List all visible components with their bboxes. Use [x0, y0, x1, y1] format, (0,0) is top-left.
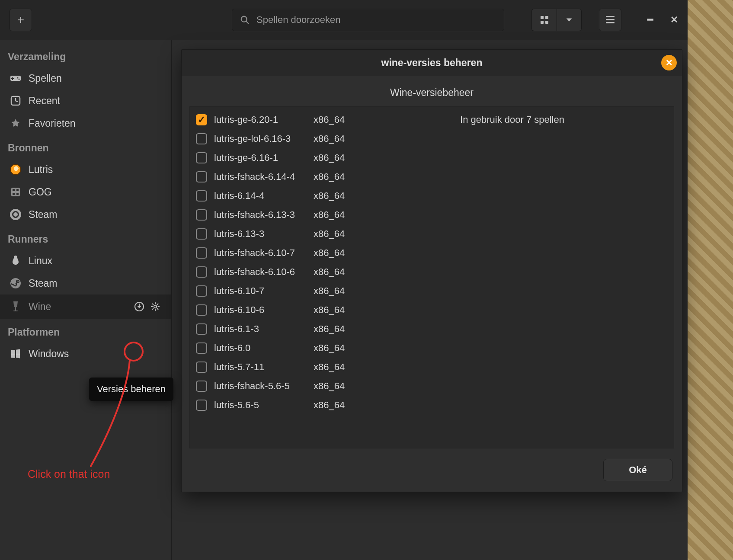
version-row[interactable]: lutris-6.1-3x86_64 [196, 320, 668, 339]
version-checkbox[interactable]: ✓ [196, 114, 207, 125]
version-arch: x86_64 [314, 228, 357, 240]
version-arch: x86_64 [314, 152, 357, 163]
grid-view-button[interactable] [531, 9, 557, 31]
view-menu-button[interactable] [557, 9, 582, 31]
version-arch: x86_64 [314, 209, 357, 221]
version-name: lutris-6.0 [214, 342, 314, 354]
sidebar-item-games[interactable]: Spellen [0, 67, 171, 90]
tooltip-versies-beheren: Versies beheren [89, 378, 173, 401]
version-checkbox[interactable] [196, 152, 207, 163]
version-checkbox[interactable] [196, 247, 207, 259]
version-name: lutris-fshack-6.10-6 [214, 266, 314, 278]
version-checkbox[interactable] [196, 209, 207, 221]
version-checkbox[interactable] [196, 228, 207, 240]
sidebar-section-runners: Runners [0, 226, 171, 250]
version-list[interactable]: ✓lutris-ge-6.20-1x86_64In gebruik door 7… [189, 106, 674, 448]
version-row[interactable]: lutris-fshack-6.10-6x86_64 [196, 262, 668, 282]
version-row[interactable]: lutris-fshack-6.14-4x86_64 [196, 167, 668, 186]
version-checkbox[interactable] [196, 171, 207, 182]
dialog-close-button[interactable]: ✕ [661, 55, 677, 70]
sidebar-item-favorites[interactable]: Favorieten [0, 112, 171, 134]
ok-button[interactable]: Oké [603, 459, 672, 481]
sidebar-item-linux[interactable]: Linux [0, 250, 171, 272]
version-arch: x86_64 [314, 362, 357, 373]
version-row[interactable]: lutris-6.10-7x86_64 [196, 282, 668, 301]
version-arch: x86_64 [314, 285, 357, 297]
svg-rect-19 [16, 193, 19, 195]
version-name: lutris-5.7-11 [214, 362, 314, 373]
version-name: lutris-6.1-3 [214, 323, 314, 335]
gamepad-icon [10, 72, 22, 84]
version-arch: x86_64 [314, 342, 357, 354]
sidebar-item-steam-source[interactable]: Steam [0, 203, 171, 226]
version-checkbox[interactable] [196, 304, 207, 316]
version-arch: x86_64 [314, 114, 357, 125]
version-checkbox[interactable] [196, 342, 207, 354]
star-icon [10, 117, 22, 129]
version-checkbox[interactable] [196, 381, 207, 392]
sidebar-item-label: Lutris [29, 164, 53, 176]
sidebar-item-recent[interactable]: Recent [0, 90, 171, 112]
sidebar-item-label: Wine [29, 301, 51, 313]
version-name: lutris-5.6-5 [214, 400, 314, 411]
version-checkbox[interactable] [196, 285, 207, 297]
minimize-button[interactable]: ━ [647, 14, 653, 26]
version-row[interactable]: ✓lutris-ge-6.20-1x86_64In gebruik door 7… [196, 110, 668, 129]
version-checkbox[interactable] [196, 190, 207, 202]
version-checkbox[interactable] [196, 400, 207, 411]
version-arch: x86_64 [314, 190, 357, 202]
version-checkbox[interactable] [196, 133, 207, 144]
version-name: lutris-6.14-4 [214, 190, 314, 202]
clock-icon [10, 95, 22, 107]
sidebar-item-gog[interactable]: GOG [0, 181, 171, 203]
version-arch: x86_64 [314, 400, 357, 411]
version-checkbox[interactable] [196, 362, 207, 373]
wine-versions-dialog: wine-versies beheren ✕ Wine-versiebeheer… [181, 49, 682, 492]
version-row[interactable]: lutris-fshack-5.6-5x86_64 [196, 377, 668, 396]
download-circle-icon [134, 301, 144, 312]
svg-rect-15 [11, 188, 20, 196]
windows-icon [10, 348, 22, 360]
sidebar-item-label: Linux [29, 255, 52, 267]
version-arch: x86_64 [314, 133, 357, 144]
version-in-use-note: In gebruik door 7 spellen [357, 114, 668, 125]
headerbar: + Spellen doorzoeken [0, 0, 688, 40]
sidebar-section-collection: Verzameling [0, 43, 171, 67]
search-input[interactable]: Spellen doorzoeken [232, 9, 504, 31]
runner-settings-button[interactable] [149, 300, 162, 314]
sidebar-item-windows[interactable]: Windows [0, 342, 171, 365]
svg-line-1 [246, 21, 249, 24]
close-window-button[interactable]: ✕ [670, 14, 678, 26]
version-row[interactable]: lutris-fshack-6.13-3x86_64 [196, 205, 668, 224]
hamburger-menu-button[interactable] [599, 9, 621, 31]
version-row[interactable]: lutris-ge-lol-6.16-3x86_64 [196, 129, 668, 148]
sidebar-item-steam-runner[interactable]: Steam [0, 272, 171, 294]
sidebar-item-lutris[interactable]: Lutris [0, 158, 171, 181]
version-row[interactable]: lutris-5.7-11x86_64 [196, 358, 668, 377]
version-row[interactable]: lutris-5.6-5x86_64 [196, 396, 668, 415]
version-name: lutris-fshack-6.14-4 [214, 171, 314, 182]
manage-versions-button[interactable] [132, 300, 146, 314]
hamburger-icon [606, 16, 615, 24]
version-arch: x86_64 [314, 266, 357, 278]
version-checkbox[interactable] [196, 323, 207, 335]
version-row[interactable]: lutris-fshack-6.10-7x86_64 [196, 243, 668, 262]
version-row[interactable]: lutris-ge-6.16-1x86_64 [196, 148, 668, 167]
svg-rect-24 [13, 310, 18, 311]
window-controls: ━ ✕ [647, 14, 678, 26]
svg-rect-6 [606, 16, 615, 17]
version-row[interactable]: lutris-6.10-6x86_64 [196, 301, 668, 320]
version-checkbox[interactable] [196, 266, 207, 278]
chevron-down-icon [565, 16, 573, 24]
svg-rect-17 [16, 189, 19, 191]
lutris-window: + Spellen doorzoeken [0, 0, 688, 560]
version-row[interactable]: lutris-6.14-4x86_64 [196, 186, 668, 205]
sidebar-item-wine[interactable]: Wine [0, 294, 171, 319]
version-row[interactable]: lutris-6.0x86_64 [196, 339, 668, 358]
svg-point-20 [10, 278, 21, 288]
version-arch: x86_64 [314, 171, 357, 182]
sidebar-section-sources: Bronnen [0, 134, 171, 158]
version-row[interactable]: lutris-6.13-3x86_64 [196, 224, 668, 243]
add-game-button[interactable]: + [10, 9, 32, 31]
version-name: lutris-fshack-6.13-3 [214, 209, 314, 221]
